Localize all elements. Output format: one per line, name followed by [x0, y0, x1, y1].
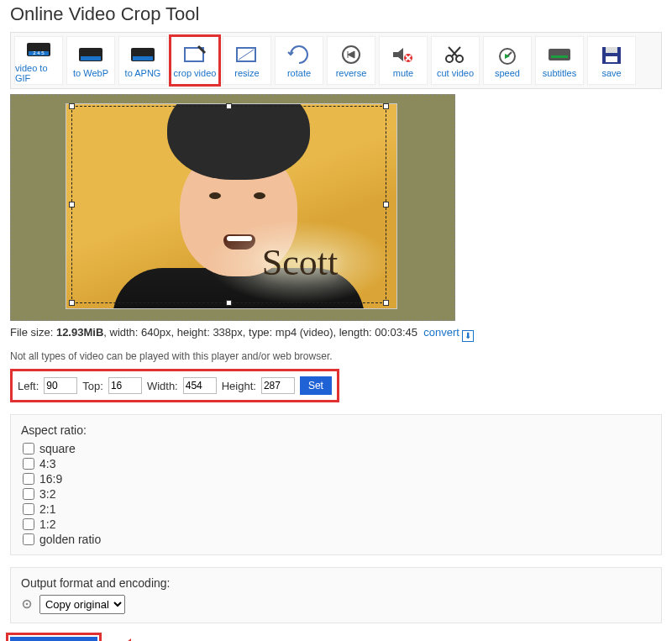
- aspect-4-3[interactable]: 4:3: [23, 457, 651, 470]
- page-title: Online Video Crop Tool: [10, 3, 662, 25]
- tool-label: reverse: [336, 68, 367, 78]
- aspect-label: 2:1: [39, 502, 55, 516]
- tool-label: speed: [495, 68, 520, 78]
- tool-label: to APNG: [125, 68, 161, 78]
- mute-icon: [390, 43, 417, 66]
- svg-rect-17: [606, 47, 617, 53]
- aspect-golden[interactable]: golden ratio: [23, 533, 651, 546]
- tool-cut-video[interactable]: cut video: [431, 36, 480, 85]
- set-button[interactable]: Set: [300, 376, 332, 395]
- tool-label: crop video: [174, 68, 217, 78]
- tool-rotate[interactable]: rotate: [275, 36, 323, 85]
- height-input[interactable]: [261, 377, 295, 394]
- tool-save[interactable]: save: [587, 36, 636, 85]
- aspect-4-3-checkbox[interactable]: [23, 458, 34, 470]
- tool-speed[interactable]: speed: [483, 36, 532, 85]
- tool-resize[interactable]: resize: [223, 36, 271, 85]
- gear-icon: [21, 598, 33, 610]
- crop-video-icon: [181, 43, 208, 66]
- toolbar: 2 4 5video to GIFto WebPto APNGcrop vide…: [10, 32, 662, 89]
- aspect-3-2[interactable]: 3:2: [23, 487, 651, 501]
- tool-label: subtitles: [543, 68, 576, 78]
- player-note: Not all types of video can be played wit…: [10, 350, 662, 362]
- svg-rect-18: [606, 56, 617, 62]
- aspect-label: 4:3: [39, 457, 55, 470]
- resize-icon: [234, 43, 260, 66]
- tool-label: resize: [234, 68, 259, 78]
- tool-label: cut video: [437, 68, 474, 78]
- aspect-1-2-checkbox[interactable]: [23, 518, 34, 530]
- svg-rect-6: [133, 56, 153, 60]
- aspect-label: square: [39, 442, 76, 455]
- left-input[interactable]: [44, 377, 77, 394]
- tool-label: save: [601, 68, 621, 78]
- rotate-icon: [286, 43, 312, 66]
- aspect-ratio-section: Aspect ratio: square4:316:93:22:11:2gold…: [10, 414, 662, 555]
- svg-rect-4: [81, 56, 101, 60]
- aspect-golden-checkbox[interactable]: [23, 533, 34, 545]
- crop-dimensions-row: Left: Top: Width: Height: Set: [10, 369, 339, 402]
- height-label: Height:: [222, 380, 256, 392]
- output-title: Output format and encoding:: [21, 576, 651, 590]
- tool-video-to-gif[interactable]: 2 4 5video to GIF: [14, 36, 63, 85]
- left-label: Left:: [18, 380, 39, 392]
- output-format-select[interactable]: Copy original: [39, 595, 125, 614]
- subtitles-icon: [546, 43, 573, 66]
- tool-label: mute: [393, 68, 413, 78]
- svg-rect-15: [551, 55, 568, 58]
- aspect-title: Aspect ratio:: [21, 423, 651, 437]
- download-icon[interactable]: ⬇: [462, 330, 474, 342]
- video-preview[interactable]: Scott: [10, 94, 455, 321]
- aspect-label: 16:9: [39, 472, 62, 486]
- save-icon: [598, 43, 625, 66]
- to-apng-icon: [129, 43, 156, 66]
- aspect-2-1[interactable]: 2:1: [23, 502, 651, 516]
- top-label: Top:: [82, 380, 103, 392]
- crop-video-button[interactable]: Crop video!: [10, 637, 97, 641]
- file-meta: File size: 12.93MiB, width: 640px, heigh…: [10, 326, 662, 342]
- svg-text:2 4 5: 2 4 5: [33, 50, 45, 55]
- svg-rect-14: [549, 49, 570, 60]
- speed-icon: [494, 43, 521, 66]
- tool-to-webp[interactable]: to WebP: [66, 36, 115, 85]
- watermark-text: Scott: [207, 220, 392, 304]
- video-to-gif-icon: 2 4 5: [25, 38, 52, 61]
- aspect-3-2-checkbox[interactable]: [23, 488, 34, 500]
- tool-to-apng[interactable]: to APNG: [118, 36, 167, 85]
- svg-point-20: [26, 603, 29, 606]
- width-input[interactable]: [183, 377, 217, 394]
- aspect-2-1-checkbox[interactable]: [23, 503, 34, 515]
- aspect-label: 3:2: [39, 487, 55, 501]
- convert-link[interactable]: convert: [423, 326, 459, 339]
- width-label: Width:: [147, 380, 178, 392]
- top-input[interactable]: [108, 377, 142, 394]
- tool-label: video to GIF: [15, 63, 62, 83]
- aspect-label: golden ratio: [39, 533, 101, 546]
- to-webp-icon: [77, 43, 104, 66]
- aspect-label: 1:2: [39, 518, 55, 531]
- tool-reverse[interactable]: reverse: [327, 36, 375, 85]
- tool-mute[interactable]: mute: [379, 36, 428, 85]
- tool-label: to WebP: [73, 68, 108, 78]
- aspect-1-2[interactable]: 1:2: [23, 518, 651, 531]
- tool-label: rotate: [287, 68, 311, 78]
- tool-crop-video[interactable]: crop video: [171, 36, 219, 85]
- aspect-16-9-checkbox[interactable]: [23, 473, 34, 485]
- tool-subtitles[interactable]: subtitles: [535, 36, 584, 85]
- aspect-16-9[interactable]: 16:9: [23, 472, 651, 486]
- aspect-square[interactable]: square: [23, 442, 651, 455]
- reverse-icon: [338, 43, 365, 66]
- aspect-square-checkbox[interactable]: [23, 443, 34, 454]
- output-section: Output format and encoding: Copy origina…: [10, 567, 662, 623]
- cut-video-icon: [442, 43, 469, 66]
